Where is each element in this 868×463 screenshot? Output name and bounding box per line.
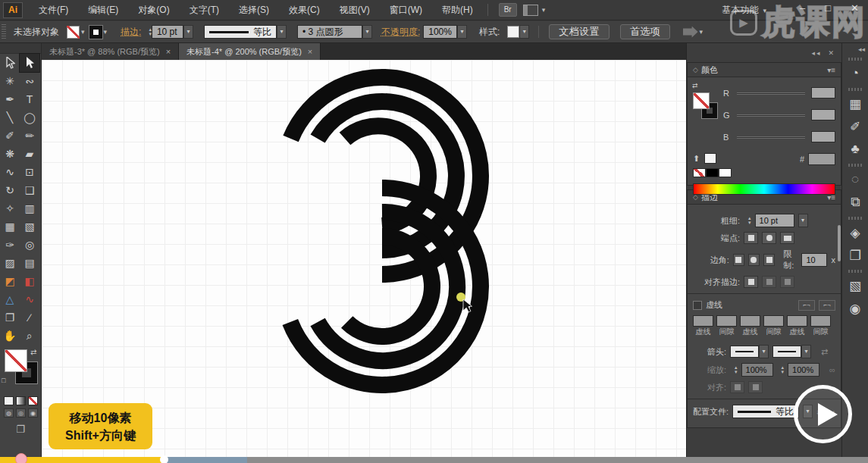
document-tab-2[interactable]: 未标题-4* @ 200% (RGB/预览) × [179,43,321,60]
chevron-down-icon[interactable]: ▾ [700,28,703,36]
dash-input[interactable] [693,315,713,327]
align-arrow-tip-button[interactable] [730,381,744,393]
menu-edit[interactable]: 编辑(E) [78,0,128,20]
weight-value[interactable]: 10 pt [755,214,794,227]
limit-input[interactable]: 10 [801,253,827,267]
perspective-grid-tool[interactable]: △ [0,290,20,308]
symbols-panel-icon[interactable]: ♣ [842,138,868,161]
align-arrow-end-button[interactable] [748,381,763,393]
align-center-button[interactable] [744,276,758,288]
bevel-join-button[interactable] [763,254,775,266]
dash-input[interactable] [740,315,760,327]
green-slider[interactable] [737,114,805,117]
bridge-button[interactable]: Br [499,3,517,17]
blue-value-input[interactable] [811,131,835,142]
none-swatch[interactable] [693,168,706,177]
arrow-scale-end[interactable]: 100% [788,363,819,377]
menu-effect[interactable]: 效果(C) [279,0,330,20]
brush-dropdown[interactable]: ▾ [362,25,372,39]
dock-grip[interactable] [848,270,862,273]
curvature-tool[interactable]: ∿ [20,290,39,308]
column-graph-tool[interactable]: ▥ [20,199,39,217]
paintbrush-tool[interactable]: ✐ [0,127,20,145]
type-tool[interactable]: T [20,90,39,108]
live-paint-bucket-tool[interactable]: ◧ [20,272,39,290]
link-scale-icon[interactable]: ∞ [829,365,835,374]
align-outside-button[interactable] [780,276,794,288]
dock-grip[interactable] [848,164,862,167]
swatches-panel-icon[interactable]: ▦ [842,92,868,115]
dock-grip[interactable] [848,217,862,220]
tab-close-icon[interactable]: × [308,47,312,56]
menu-type[interactable]: 文字(T) [180,0,229,20]
stroke-swatch[interactable] [89,26,102,39]
magic-wand-tool[interactable]: ✳ [0,72,20,90]
draw-behind-mode[interactable]: ◎ [16,408,26,418]
eyedropper-tool[interactable]: ✑ [0,236,20,254]
zoom-tool[interactable]: ⌕ [20,327,39,345]
last-color-icon[interactable]: ⬆ [693,154,700,164]
shape-builder-tool[interactable]: ◩ [0,272,20,290]
direct-selection-tool[interactable] [20,54,39,72]
lasso-tool[interactable]: ∾ [20,72,39,90]
green-value-input[interactable] [811,109,835,120]
fill-color-well-none[interactable] [5,349,27,372]
chevron-down-icon[interactable]: ▾ [104,28,108,36]
dash-input[interactable] [787,315,807,327]
arrow-scale-start[interactable]: 100% [741,363,773,377]
menu-view[interactable]: 视图(V) [330,0,380,20]
preserve-dash-button[interactable]: ⌐¬ [798,300,815,311]
arrange-documents-button[interactable]: ▾ [523,5,550,16]
width-tool[interactable]: ∿ [0,163,20,181]
menu-file[interactable]: 文件(F) [29,0,78,20]
screen-mode-button[interactable]: ❐ [14,424,27,435]
brushes-panel-icon[interactable]: ✐ [842,115,868,138]
collapse-panels-icon[interactable]: ◂◂ ✕ [811,49,835,57]
color-button[interactable] [4,396,14,405]
workspace-switcher[interactable]: 基本功能 ▾ [722,4,771,17]
gap-input[interactable] [716,315,737,327]
none-button[interactable] [28,396,38,405]
document-tab-1[interactable]: 未标题-3* @ 88% (RGB/预览) × [42,43,179,60]
artboard-marquee-tool[interactable]: ❑ [20,181,39,199]
preferences-button[interactable]: 首选项 [620,24,670,39]
swap-fill-stroke-icon[interactable]: ⇄ [30,348,36,356]
color-panel-header[interactable]: ◇ 颜色 ▾≡ [688,63,841,77]
slice-tool[interactable]: ∕ [20,308,39,327]
panel-menu-icon[interactable]: ▾≡ [827,66,835,74]
last-color-swatch[interactable] [704,153,716,164]
menu-object[interactable]: 对象(O) [128,0,179,20]
ellipse-tool[interactable]: ◯ [20,108,39,127]
bar-graph-tool[interactable]: ▤ [20,254,39,272]
blue-slider[interactable] [737,136,805,139]
selection-tool[interactable] [0,54,20,72]
color-spectrum-bar[interactable] [693,183,835,195]
opacity-value[interactable]: 100% [423,25,457,39]
swap-colors-icon[interactable]: ⇄ [692,82,698,89]
panel-scrollbar[interactable] [838,225,841,261]
opacity-dropdown[interactable]: ▾ [457,25,467,39]
fill-proxy-none[interactable] [693,92,710,109]
tools-panel-header[interactable] [0,43,41,54]
weight-stepper[interactable]: ▴▾ [748,216,751,225]
hand-tool[interactable]: ✋ [0,327,20,345]
dock-grip[interactable] [848,88,862,91]
gradient-panel-icon[interactable]: ▧ [842,274,868,297]
red-value-input[interactable] [811,87,835,99]
blob-brush-tool[interactable]: ❋ [0,145,20,163]
expand-dock-icon[interactable]: ◂◂ [858,45,865,53]
fill-swatch-none[interactable] [67,26,80,39]
document-setup-button[interactable]: 文档设置 [549,24,609,39]
menu-help[interactable]: 帮助(H) [432,0,483,20]
close-button[interactable]: ✕ [851,2,859,14]
progress-playhead[interactable] [160,455,168,463]
stroke-weight-value[interactable]: 10 pt [152,25,183,39]
variable-width-profile-select[interactable]: 等比 [204,25,277,39]
white-swatch[interactable] [719,168,732,177]
gap-input[interactable] [810,315,831,327]
default-fill-stroke-icon[interactable]: □ [2,377,5,384]
appearance-panel-icon[interactable]: ◌ [842,168,868,191]
video-progress-bar[interactable] [0,457,868,463]
free-transform-tool[interactable]: ⊡ [20,163,39,181]
stroke-panel-link[interactable]: 描边: [121,26,141,39]
